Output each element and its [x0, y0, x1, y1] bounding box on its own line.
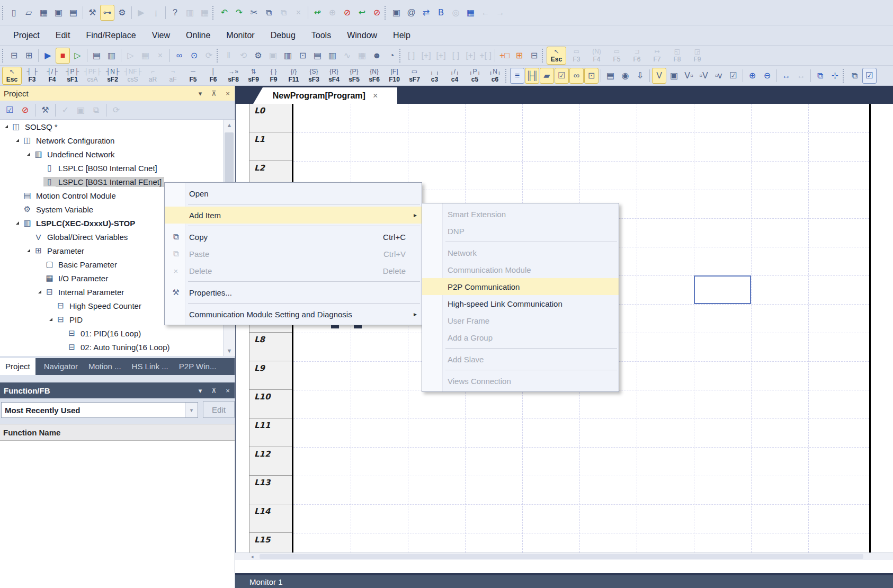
submenu-item-high-speed-link[interactable]: High-speed Link Communication: [422, 295, 619, 312]
rung-label[interactable]: L11: [249, 418, 292, 447]
chip-monitor-icon[interactable]: ▣: [266, 48, 280, 64]
closed-contact-key[interactable]: ┤/├F4: [42, 67, 62, 85]
data-log-icon[interactable]: ◔: [385, 48, 399, 64]
open-project-icon[interactable]: ▱: [22, 5, 36, 21]
negative-contact-key[interactable]: ┤N├sF2: [103, 67, 122, 85]
rising-pulse-closed-key[interactable]: ╷P╷c5: [465, 67, 485, 85]
rung-label[interactable]: L14: [249, 504, 292, 533]
tree-item[interactable]: ▯ LSPLC [B0S0 Internal Cnet]: [0, 161, 223, 175]
tree-item[interactable]: ◫ Network Configuration: [0, 133, 223, 147]
scroll-down-icon[interactable]: ▼: [224, 345, 235, 356]
tree-expander-icon[interactable]: [2, 125, 10, 128]
tree-expander-icon[interactable]: [24, 153, 32, 156]
project-settings-icon[interactable]: ⚒: [38, 102, 52, 118]
submenu-item-smart-extension[interactable]: Smart Extension: [422, 206, 619, 222]
find-device-icon[interactable]: @: [404, 5, 418, 21]
menu-item-open[interactable]: Open ▸: [165, 185, 422, 202]
cancel-edit-icon[interactable]: ×: [153, 48, 167, 64]
tree-expander-icon[interactable]: [24, 249, 32, 252]
copy-line-icon[interactable]: ⊟: [527, 48, 541, 64]
undo-icon[interactable]: ↶: [217, 5, 231, 21]
editor-cursor-cell[interactable]: [694, 275, 751, 304]
view-errors-icon[interactable]: ⊘: [18, 102, 32, 118]
reset-coil-key[interactable]: {R}sF4: [324, 67, 344, 85]
zoom-out-icon[interactable]: ⊖: [760, 68, 774, 84]
tree-expander-icon[interactable]: [35, 290, 43, 293]
shrink-column-icon[interactable]: ↔: [794, 68, 808, 84]
menu-item-comm-module-setting[interactable]: Communication Module Setting and Diagnos…: [165, 306, 422, 323]
view-variable-device-icon[interactable]: ▫V: [696, 68, 711, 84]
edge-check-icon[interactable]: ☑: [862, 68, 877, 84]
function-block-key[interactable]: [F]F10: [385, 67, 404, 85]
extended-function-key[interactable]: ▭sF7: [405, 67, 424, 85]
menu-item-paste[interactable]: ⧉ Paste Ctrl+V ▸: [165, 245, 422, 262]
tree-expander-icon[interactable]: [13, 139, 21, 142]
trend-monitor-icon[interactable]: ▥: [325, 48, 340, 64]
bookmark-1-icon[interactable]: [ ]: [404, 48, 418, 64]
properties-window-icon[interactable]: ⧉: [847, 68, 862, 84]
view-device-variable-icon[interactable]: V▫: [682, 68, 696, 84]
submenu-item-network[interactable]: Network: [422, 244, 619, 261]
coil-key[interactable]: { }F9: [264, 67, 283, 85]
lock-icon[interactable]: ▣: [74, 102, 88, 118]
panel-tab[interactable]: P2P Win...: [174, 358, 222, 375]
pulse-coil-key[interactable]: {P}sF5: [344, 67, 364, 85]
tree-expander-icon[interactable]: [47, 318, 55, 321]
editor-horizontal-scrollbar[interactable]: ◂: [235, 553, 893, 560]
show-comments-icon[interactable]: ╟╢: [525, 68, 539, 84]
run-plc-icon[interactable]: ▷: [70, 48, 85, 64]
module-chip-icon[interactable]: ▣: [389, 5, 404, 21]
new-project-icon[interactable]: ▯: [7, 5, 21, 21]
horizontal-line-key[interactable]: ─F5: [183, 67, 203, 85]
check-program-icon[interactable]: ⊙: [187, 48, 201, 64]
rising-pulse-contact-key[interactable]: ╷ ╷c3: [425, 67, 444, 85]
f7-key[interactable]: ↦F7: [647, 47, 667, 65]
rung-label[interactable]: L10: [249, 390, 292, 418]
navigate-back-icon[interactable]: ←: [478, 5, 493, 21]
save-project-icon[interactable]: ▣: [51, 5, 66, 21]
result-window-icon[interactable]: ⊡: [584, 68, 599, 84]
function-list[interactable]: [0, 441, 235, 588]
f3-key[interactable]: ▭F3: [567, 47, 586, 65]
insert-cell-icon[interactable]: +□: [497, 48, 512, 64]
auto-allocation-icon[interactable]: ⇄: [419, 5, 433, 21]
submenu-item-communication-module[interactable]: Communication Module: [422, 261, 619, 278]
zoom-in-icon[interactable]: ⊕: [745, 68, 760, 84]
tree-item[interactable]: ◫ SOLSQ *: [0, 120, 223, 133]
collapse-icon[interactable]: ▾: [193, 387, 207, 395]
tree-item[interactable]: ⊟ 01: PID(16 Loop): [0, 326, 223, 340]
tree-expander-icon[interactable]: [13, 221, 21, 225]
branch-line-key[interactable]: ⇅sF9: [244, 67, 263, 85]
tree-item[interactable]: ▥ Undefined Network: [0, 147, 223, 161]
print-icon[interactable]: ▤: [66, 5, 81, 21]
rung-label[interactable]: L1: [249, 132, 292, 161]
menubar-item[interactable]: Tools: [303, 25, 339, 46]
menubar-item[interactable]: Window: [339, 25, 385, 46]
menubar-item[interactable]: Help: [385, 25, 418, 46]
panel-tab[interactable]: Navigator: [39, 358, 83, 375]
submenu-item-dnp[interactable]: DNP: [422, 222, 619, 239]
menu-item-add-item[interactable]: Add Item ▸: [165, 207, 422, 224]
rung-label[interactable]: L15: [249, 533, 292, 553]
disable-link-icon[interactable]: ⊘: [340, 5, 354, 21]
pulse-contact-key[interactable]: ┤P├sF1: [62, 67, 82, 85]
falling-pulse-contact-key[interactable]: ╷/╷c4: [445, 67, 465, 85]
pause-icon[interactable]: ‖: [221, 48, 236, 64]
close-icon[interactable]: ×: [221, 90, 235, 97]
install-module-icon[interactable]: ▦: [198, 5, 212, 21]
check-project-icon[interactable]: ✓: [58, 102, 73, 118]
rung-label[interactable]: L13: [249, 476, 292, 504]
menubar-item[interactable]: Monitor: [218, 25, 262, 46]
bookmark-4-icon[interactable]: [ ]: [449, 48, 463, 64]
enable-link-icon[interactable]: ↫: [310, 5, 325, 21]
write-run-icon[interactable]: ▷: [123, 48, 138, 64]
edit-button[interactable]: Edit: [203, 401, 235, 418]
tree-item[interactable]: ⊟ 02: Auto Tuning(16 Loop): [0, 340, 223, 354]
watch-window-icon[interactable]: ∞: [569, 68, 584, 84]
help-icon[interactable]: ?: [168, 5, 182, 21]
bookmark-3-icon[interactable]: [+]: [434, 48, 448, 64]
paste-icon[interactable]: ⧉: [276, 5, 291, 21]
focus-mode-icon[interactable]: ◉: [618, 68, 632, 84]
cut-icon[interactable]: ✂: [247, 5, 261, 21]
stop-plc-icon[interactable]: ■: [56, 48, 70, 64]
